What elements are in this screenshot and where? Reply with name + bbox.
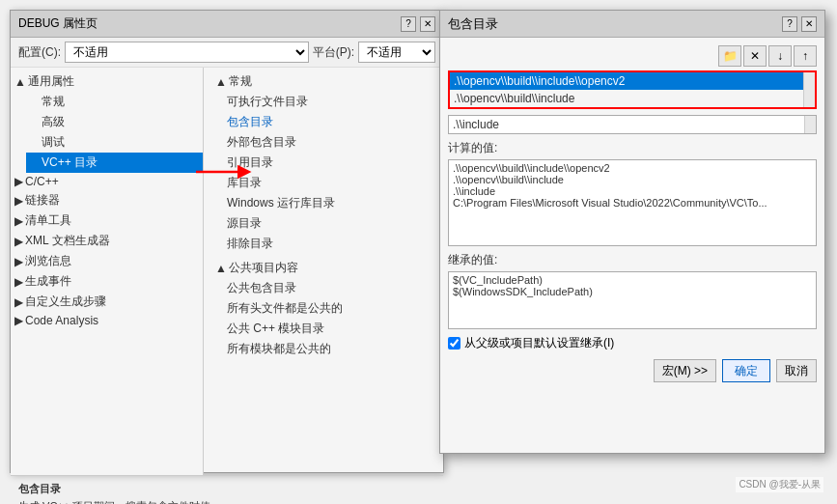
tree-group-linker[interactable]: ▶链接器 — [11, 190, 203, 210]
up-btn[interactable]: ↑ — [794, 45, 817, 67]
props-item-external-include[interactable]: 外部包含目录 — [211, 132, 435, 153]
close-btn[interactable]: ✕ — [420, 16, 435, 32]
include-list-rest: .\\include — [448, 115, 817, 134]
question-btn[interactable]: ? — [401, 16, 416, 32]
props-item-public-cpp-module[interactable]: 公共 C++ 模块目录 — [211, 319, 435, 339]
computed-area: .\\opencv\\build\\include\\opencv2 .\\op… — [448, 159, 817, 246]
inherited-area: $(VC_IncludePath) $(WindowsSDK_IncludePa… — [448, 271, 817, 329]
titlebar-controls: ? ✕ — [401, 16, 435, 32]
props-group-general: ▲常规 可执行文件目录 包含目录 外部包含目录 引用目录 库目录 Windows… — [211, 71, 435, 254]
include-list-item-2[interactable]: .\\include — [449, 116, 804, 133]
props-item-exec-dir[interactable]: 可执行文件目录 — [211, 92, 435, 112]
props-group-public-header[interactable]: ▲公共项目内容 — [211, 258, 435, 278]
include-title: 包含目录 — [448, 15, 498, 33]
tree-group-manifest[interactable]: ▶清单工具 — [11, 210, 203, 231]
cancel-button[interactable]: 取消 — [776, 359, 817, 382]
inherited-label: 继承的值: — [448, 252, 817, 268]
props-item-source-dir[interactable]: 源目录 — [211, 213, 435, 234]
include-list-rest-content: .\\include — [449, 116, 804, 133]
description-area: 包含目录 生成 VC++ 项目期间，搜索包含文件时使 — [11, 475, 443, 504]
tree-group-build-events[interactable]: ▶生成事件 — [11, 271, 203, 292]
include-list: .\\opencv\\build\\include\\opencv2 .\\op… — [450, 72, 803, 107]
down-btn[interactable]: ↓ — [768, 45, 792, 67]
list-with-scroll: .\\opencv\\build\\include\\opencv2 .\\op… — [450, 72, 815, 107]
platform-label: 平台(P): — [313, 44, 354, 61]
include-list-highlighted: .\\opencv\\build\\include\\opencv2 .\\op… — [448, 70, 817, 109]
computed-val-2: .\\include — [453, 185, 812, 197]
include-close-btn[interactable]: ✕ — [801, 16, 817, 32]
include-dialog: 包含目录 ? ✕ 📁 ✕ ↓ ↑ .\\opencv\\build\\inclu… — [439, 10, 825, 454]
computed-label: 计算的值: — [448, 140, 817, 156]
computed-val-1: .\\opencv\\build\\include — [453, 174, 812, 185]
include-content: 📁 ✕ ↓ ↑ .\\opencv\\build\\include\\openc… — [440, 38, 824, 453]
dialog-buttons: 宏(M) >> 确定 取消 — [448, 359, 817, 382]
tree-item-advanced[interactable]: 高级 — [26, 112, 203, 132]
tree-group-general[interactable]: ▲通用属性 — [11, 71, 203, 92]
checkbox-row: 从父级或项目默认设置继承(I) — [448, 335, 817, 351]
props-item-lib-dir[interactable]: 库目录 — [211, 173, 435, 193]
props-item-all-modules-public[interactable]: 所有模块都是公共的 — [211, 339, 435, 359]
debug-titlebar: DEBUG 属性页 ? ✕ — [11, 11, 443, 38]
inherited-val-1: $(WindowsSDK_IncludePath) — [453, 286, 812, 297]
tree-item-normal[interactable]: 常规 — [26, 92, 203, 112]
tree-group-cpp[interactable]: ▶C/C++ — [11, 173, 203, 190]
folder-btn[interactable]: 📁 — [718, 45, 741, 67]
tree-group-custom-build[interactable]: ▶自定义生成步骤 — [11, 292, 203, 312]
tree-group-code-analysis[interactable]: ▶Code Analysis — [11, 312, 203, 329]
props-group-general-header[interactable]: ▲常规 — [211, 71, 435, 92]
props-item-winrt-dir[interactable]: Windows 运行库目录 — [211, 193, 435, 213]
tree-item-vcpp[interactable]: VC++ 目录 — [26, 153, 203, 173]
include-question-btn[interactable]: ? — [782, 16, 797, 32]
props-panel: ▲常规 可执行文件目录 包含目录 外部包含目录 引用目录 库目录 Windows… — [204, 68, 443, 475]
props-item-include-dir[interactable]: 包含目录 — [211, 112, 435, 132]
debug-title: DEBUG 属性页 — [18, 15, 98, 32]
inherited-val-0: $(VC_IncludePath) — [453, 274, 812, 286]
computed-val-0: .\\opencv\\build\\include\\opencv2 — [453, 162, 812, 174]
description-text: 生成 VC++ 项目期间，搜索包含文件时使 — [18, 499, 435, 504]
props-item-exclude-dir[interactable]: 排除目录 — [211, 234, 435, 254]
include-toolbar: 📁 ✕ ↓ ↑ — [448, 45, 817, 67]
include-list-item-1[interactable]: .\\opencv\\build\\include — [450, 90, 803, 107]
include-list-item-0[interactable]: .\\opencv\\build\\include\\opencv2 — [450, 72, 803, 90]
macro-button[interactable]: 宏(M) >> — [654, 359, 716, 382]
props-item-ref-dir[interactable]: 引用目录 — [211, 153, 435, 173]
delete-btn[interactable]: ✕ — [743, 45, 767, 67]
list-scrollbar[interactable] — [803, 72, 815, 107]
config-label: 配置(C): — [18, 44, 61, 61]
tree-item-debug[interactable]: 调试 — [26, 132, 203, 153]
props-group-public: ▲公共项目内容 公共包含目录 所有头文件都是公共的 公共 C++ 模块目录 所有… — [211, 258, 435, 359]
inherit-checkbox[interactable] — [448, 337, 460, 350]
description-title: 包含目录 — [18, 482, 435, 496]
debug-content: ▲通用属性 常规 高级 调试 VC++ 目录 ▶C/C++ ▶链接器 ▶清单工具… — [11, 68, 443, 475]
props-item-public-include[interactable]: 公共包含目录 — [211, 278, 435, 298]
tree-group-browse[interactable]: ▶浏览信息 — [11, 251, 203, 271]
debug-properties-window: DEBUG 属性页 ? ✕ 配置(C): 不适用 平台(P): 不适用 ▲通用属… — [10, 10, 444, 473]
inherit-label: 从父级或项目默认设置继承(I) — [464, 335, 614, 351]
ok-button[interactable]: 确定 — [722, 359, 770, 382]
include-titlebar-controls: ? ✕ — [782, 16, 817, 32]
watermark: CSDN @我爱-从果 — [736, 477, 823, 492]
tree-group-xml[interactable]: ▶XML 文档生成器 — [11, 231, 203, 251]
list-scrollbar-2[interactable] — [804, 116, 816, 133]
include-titlebar: 包含目录 ? ✕ — [440, 11, 824, 38]
config-dropdown[interactable]: 不适用 — [65, 42, 309, 63]
computed-val-3: C:\Program Files\Microsoft Visual Studio… — [453, 197, 812, 209]
config-row: 配置(C): 不适用 平台(P): 不适用 — [11, 38, 443, 68]
tree-children: 常规 高级 调试 VC++ 目录 — [11, 92, 203, 173]
props-item-all-public-headers[interactable]: 所有头文件都是公共的 — [211, 298, 435, 319]
platform-dropdown[interactable]: 不适用 — [358, 42, 435, 63]
tree-panel: ▲通用属性 常规 高级 调试 VC++ 目录 ▶C/C++ ▶链接器 ▶清单工具… — [11, 68, 204, 475]
